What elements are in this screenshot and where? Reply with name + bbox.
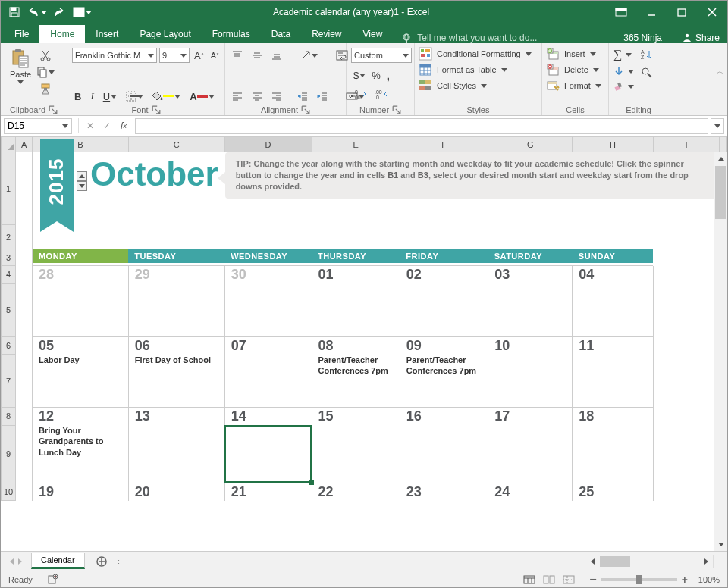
calendar-cell[interactable]	[128, 425, 224, 483]
enter-formula-icon[interactable]: ✓	[99, 120, 115, 131]
calendar-cell[interactable]	[488, 355, 573, 408]
cell-styles-button[interactable]: Cell Styles	[419, 80, 487, 92]
spinner-down-icon[interactable]	[77, 181, 87, 191]
collapse-ribbon-icon[interactable]: ︿	[717, 67, 723, 77]
sheet-tab-calendar[interactable]: Calendar	[31, 553, 85, 569]
zoom-out-icon[interactable]: −	[589, 573, 596, 586]
calendar-cell[interactable]	[128, 283, 224, 336]
clipboard-dialog-launcher-icon[interactable]	[49, 105, 58, 114]
column-header[interactable]: G	[488, 137, 573, 152]
number-format-combo[interactable]: Custom	[351, 48, 412, 63]
align-dialog-launcher-icon[interactable]	[301, 105, 310, 114]
format-cells-button[interactable]: Format	[547, 80, 601, 92]
row-header[interactable]: 1	[2, 152, 16, 225]
copy-icon[interactable]	[39, 65, 52, 79]
calendar-cell[interactable]: Parent/Teacher Conferences 7pm	[400, 355, 488, 408]
scroll-up-icon[interactable]	[714, 152, 727, 165]
autosum-icon[interactable]: ∑	[613, 48, 634, 61]
horizontal-scrollbar[interactable]	[585, 555, 714, 568]
delete-cells-button[interactable]: Delete	[547, 64, 599, 76]
cancel-formula-icon[interactable]: ✕	[82, 120, 99, 131]
calendar-cell[interactable]	[573, 425, 654, 483]
hscroll-thumb[interactable]	[600, 556, 630, 567]
page-layout-view-icon[interactable]	[539, 573, 559, 586]
tab-home[interactable]: Home	[39, 25, 85, 43]
font-size-combo[interactable]: 9	[159, 48, 190, 63]
increase-decimal-icon[interactable]: .0.00	[351, 87, 369, 102]
calendar-cell[interactable]	[400, 283, 488, 336]
number-dialog-launcher-icon[interactable]	[392, 105, 401, 114]
comma-icon[interactable]: ,	[384, 67, 392, 83]
zoom-level[interactable]: 100%	[698, 575, 720, 584]
normal-view-icon[interactable]	[519, 573, 539, 586]
tab-file[interactable]: File	[4, 25, 39, 43]
column-header[interactable]: H	[573, 137, 654, 152]
column-header[interactable]: F	[400, 137, 488, 152]
tab-insert[interactable]: Insert	[85, 25, 129, 43]
font-color-icon[interactable]: A	[187, 89, 216, 104]
calendar-cell[interactable]	[224, 283, 312, 336]
percent-icon[interactable]: %	[369, 67, 383, 83]
vertical-scrollbar[interactable]	[714, 152, 727, 551]
add-sheet-icon[interactable]	[93, 552, 111, 571]
redo-icon[interactable]	[49, 2, 71, 22]
decrease-indent-icon[interactable]	[295, 89, 310, 104]
currency-icon[interactable]: $	[351, 67, 368, 83]
align-top-icon[interactable]	[230, 48, 245, 63]
increase-font-icon[interactable]: A˄	[192, 48, 206, 63]
calendar-cell[interactable]	[488, 425, 573, 483]
hscroll-left-icon[interactable]	[585, 555, 599, 568]
bold-icon[interactable]: B	[72, 89, 83, 104]
select-all-corner[interactable]	[2, 137, 16, 152]
sheet-nav-next-icon[interactable]	[18, 558, 22, 565]
format-as-table-button[interactable]: Format as Table	[419, 64, 507, 76]
row-header[interactable]: 10	[2, 483, 16, 501]
tab-view[interactable]: View	[353, 25, 394, 43]
fill-color-icon[interactable]	[150, 89, 183, 104]
column-header[interactable]: C	[128, 137, 224, 152]
close-icon[interactable]	[697, 1, 727, 23]
conditional-formatting-button[interactable]: Conditional Formatting	[419, 48, 532, 60]
calendar-cell[interactable]: Labor Day	[32, 355, 128, 408]
calendar-cell[interactable]	[224, 355, 312, 408]
decrease-decimal-icon[interactable]: .00.0	[372, 87, 391, 102]
calendar-cell[interactable]	[573, 355, 654, 408]
spinner-up-icon[interactable]	[77, 171, 87, 181]
align-left-icon[interactable]	[230, 89, 245, 104]
cut-icon[interactable]	[39, 48, 52, 62]
calendar-cell[interactable]	[573, 283, 654, 336]
borders-icon[interactable]	[124, 89, 146, 104]
zoom-in-icon[interactable]: +	[682, 574, 688, 586]
font-dialog-launcher-icon[interactable]	[152, 105, 161, 114]
sort-filter-icon[interactable]: AZ	[640, 48, 654, 61]
column-header[interactable]: A	[16, 137, 33, 152]
tab-review[interactable]: Review	[301, 25, 352, 43]
hscroll-right-icon[interactable]	[699, 555, 713, 568]
row-header[interactable]: 5	[2, 283, 16, 336]
calendar-cell[interactable]	[400, 425, 488, 483]
tab-formulas[interactable]: Formulas	[202, 25, 261, 43]
row-header[interactable]: 2	[2, 225, 16, 249]
calendar-cell[interactable]	[312, 283, 400, 336]
quickaccess-grid-icon[interactable]	[72, 2, 93, 22]
tell-me-search[interactable]: Tell me what you want to do...	[393, 33, 611, 43]
column-header[interactable]: D	[224, 137, 312, 152]
macro-record-icon[interactable]	[48, 574, 58, 586]
fill-icon[interactable]	[613, 66, 634, 77]
ribbon-options-icon[interactable]	[606, 1, 636, 23]
expand-formula-bar-icon[interactable]	[711, 118, 724, 134]
calendar-cell[interactable]	[224, 425, 312, 483]
font-family-combo[interactable]: Franklin Gothic M	[72, 48, 157, 63]
paste-button[interactable]: Paste	[5, 45, 36, 87]
maximize-icon[interactable]	[667, 1, 697, 23]
calendar-cell[interactable]	[488, 283, 573, 336]
name-box[interactable]: D15	[4, 118, 72, 134]
minimize-icon[interactable]	[636, 1, 667, 23]
share-button[interactable]: Share	[674, 33, 727, 43]
scroll-thumb[interactable]	[715, 166, 726, 219]
tab-data[interactable]: Data	[261, 25, 301, 43]
tab-page-layout[interactable]: Page Layout	[129, 25, 201, 43]
insert-cells-button[interactable]: Insert	[547, 48, 596, 60]
year-spinner[interactable]	[77, 171, 87, 191]
decrease-font-icon[interactable]: A˅	[209, 48, 221, 63]
